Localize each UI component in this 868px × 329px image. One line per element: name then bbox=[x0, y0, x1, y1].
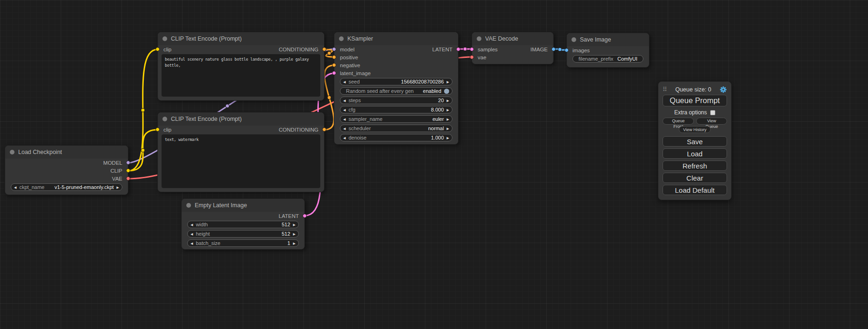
increment-arrow-icon[interactable]: ▶ bbox=[447, 99, 449, 102]
random-seed-toggle-widget[interactable]: Random seed after every gen enabled bbox=[340, 87, 452, 95]
node-graph-canvas[interactable]: Load Checkpoint MODEL CLIP VAE ◀ ckpt_na… bbox=[0, 0, 868, 329]
view-queue-button[interactable]: View Queue bbox=[696, 118, 727, 125]
node-clip-text-encode-positive[interactable]: CLIP Text Encode (Prompt) clip CONDITION… bbox=[157, 32, 325, 101]
slot-row: CLIP bbox=[5, 167, 128, 175]
batch-size-widget[interactable]: ◀ batch_size 1 ▶ bbox=[187, 239, 299, 247]
node-title-bar[interactable]: VAE Decode bbox=[472, 32, 553, 45]
increment-arrow-icon[interactable]: ▶ bbox=[447, 136, 449, 140]
sampler-name-widget[interactable]: ◀ sampler_name euler ▶ bbox=[340, 115, 452, 123]
widget-value: 156680208700286 bbox=[401, 79, 444, 84]
node-title-bar[interactable]: Load Checkpoint bbox=[5, 146, 128, 159]
steps-widget[interactable]: ◀ steps 20 ▶ bbox=[340, 97, 452, 104]
settings-gear-icon[interactable] bbox=[720, 86, 727, 93]
prev-value-arrow-icon[interactable]: ◀ bbox=[343, 118, 346, 121]
node-vae-decode[interactable]: VAE Decode samples IMAGE vae bbox=[472, 32, 554, 64]
model-input-slot[interactable] bbox=[332, 47, 336, 51]
node-title-bar[interactable]: Empty Latent Image bbox=[182, 199, 304, 212]
vae-output-slot[interactable] bbox=[126, 176, 130, 181]
positive-input-slot[interactable] bbox=[332, 55, 336, 59]
clip-input-slot[interactable] bbox=[155, 127, 160, 132]
widget-value: euler bbox=[432, 116, 444, 122]
widget-value: ComfyUI bbox=[617, 56, 637, 62]
node-collapse-dot[interactable] bbox=[186, 203, 191, 208]
negative-input-slot[interactable] bbox=[332, 63, 336, 67]
node-load-checkpoint[interactable]: Load Checkpoint MODEL CLIP VAE ◀ ckpt_na… bbox=[5, 145, 128, 195]
model-output-slot[interactable] bbox=[126, 161, 130, 165]
toggle-dot[interactable] bbox=[444, 89, 449, 94]
input-slot-label: model bbox=[340, 47, 354, 52]
filename-prefix-widget[interactable]: filename_prefix ComfyUI bbox=[572, 55, 643, 63]
clip-input-slot[interactable] bbox=[155, 47, 160, 51]
node-collapse-dot[interactable] bbox=[477, 36, 481, 41]
widget-label: scheduler bbox=[348, 126, 371, 131]
gear-icon bbox=[720, 86, 727, 93]
save-button[interactable]: Save bbox=[663, 136, 727, 147]
decrement-arrow-icon[interactable]: ◀ bbox=[343, 80, 346, 84]
latent-output-slot[interactable] bbox=[303, 214, 307, 218]
increment-arrow-icon[interactable]: ▶ bbox=[293, 242, 296, 245]
load-default-button[interactable]: Load Default bbox=[663, 185, 727, 195]
node-title-bar[interactable]: CLIP Text Encode (Prompt) bbox=[158, 112, 324, 126]
positive-prompt-textarea[interactable]: beautiful scenery nature glass bottle la… bbox=[162, 54, 320, 97]
node-collapse-dot[interactable] bbox=[572, 37, 576, 42]
scheduler-widget[interactable]: ◀ scheduler normal ▶ bbox=[340, 125, 452, 132]
latent-image-input-slot[interactable] bbox=[332, 71, 336, 75]
slot-row: positive bbox=[334, 53, 458, 61]
node-ksampler[interactable]: KSampler model LATENT positive negative … bbox=[334, 32, 459, 145]
queue-menu-panel: ⠿ Queue size: 0 Queue Prompt Extra optio… bbox=[658, 81, 732, 200]
link-midpoint-dot bbox=[558, 48, 562, 51]
next-value-arrow-icon[interactable]: ▶ bbox=[447, 118, 449, 121]
conditioning-output-slot[interactable] bbox=[322, 47, 326, 51]
refresh-button[interactable]: Refresh bbox=[663, 161, 727, 171]
prev-value-arrow-icon[interactable]: ◀ bbox=[14, 186, 16, 189]
node-collapse-dot[interactable] bbox=[339, 36, 344, 41]
extra-options-checkbox[interactable] bbox=[710, 110, 715, 115]
negative-prompt-textarea[interactable]: text, watermark bbox=[162, 134, 320, 188]
increment-arrow-icon[interactable]: ▶ bbox=[293, 232, 296, 236]
seed-widget[interactable]: ◀ seed 156680208700286 ▶ bbox=[340, 78, 452, 85]
width-widget[interactable]: ◀ width 512 ▶ bbox=[187, 221, 299, 228]
ckpt-name-widget[interactable]: ◀ ckpt_name v1-5-pruned-emaonly.ckpt ▶ bbox=[11, 183, 122, 191]
prev-value-arrow-icon[interactable]: ◀ bbox=[343, 127, 346, 130]
widget-label: batch_size bbox=[196, 240, 220, 246]
denoise-widget[interactable]: ◀ denoise 1.000 ▶ bbox=[340, 134, 452, 141]
increment-arrow-icon[interactable]: ▶ bbox=[447, 80, 449, 84]
view-history-button[interactable]: View History bbox=[679, 126, 711, 133]
node-collapse-dot[interactable] bbox=[162, 36, 167, 41]
output-slot-label: IMAGE bbox=[530, 47, 548, 52]
node-title-bar[interactable]: Save Image bbox=[567, 33, 649, 46]
slot-row: LATENT bbox=[182, 212, 304, 220]
samples-input-slot[interactable] bbox=[470, 47, 474, 51]
node-collapse-dot[interactable] bbox=[162, 117, 167, 121]
queue-prompt-button[interactable]: Queue Prompt bbox=[663, 95, 727, 106]
images-input-slot[interactable] bbox=[565, 48, 569, 52]
height-widget[interactable]: ◀ height 512 ▶ bbox=[187, 230, 299, 238]
node-title-bar[interactable]: KSampler bbox=[334, 32, 458, 45]
latent-output-slot[interactable] bbox=[456, 47, 460, 51]
load-button[interactable]: Load bbox=[663, 148, 727, 159]
vae-input-slot[interactable] bbox=[470, 55, 474, 59]
decrement-arrow-icon[interactable]: ◀ bbox=[343, 99, 346, 102]
drag-handle-icon[interactable]: ⠿ bbox=[663, 86, 667, 92]
decrement-arrow-icon[interactable]: ◀ bbox=[191, 223, 193, 226]
decrement-arrow-icon[interactable]: ◀ bbox=[191, 232, 193, 236]
queue-front-button[interactable]: Queue Front bbox=[663, 118, 694, 125]
node-collapse-dot[interactable] bbox=[10, 150, 14, 154]
next-value-arrow-icon[interactable]: ▶ bbox=[117, 186, 119, 189]
increment-arrow-icon[interactable]: ▶ bbox=[293, 223, 296, 226]
image-output-slot[interactable] bbox=[551, 47, 556, 51]
next-value-arrow-icon[interactable]: ▶ bbox=[447, 127, 449, 130]
conditioning-output-slot[interactable] bbox=[322, 127, 326, 132]
increment-arrow-icon[interactable]: ▶ bbox=[447, 108, 449, 112]
decrement-arrow-icon[interactable]: ◀ bbox=[343, 108, 346, 112]
cfg-widget[interactable]: ◀ cfg 8.000 ▶ bbox=[340, 106, 452, 113]
node-title-bar[interactable]: CLIP Text Encode (Prompt) bbox=[158, 32, 324, 45]
node-empty-latent-image[interactable]: Empty Latent Image LATENT ◀ width 512 ▶ … bbox=[181, 198, 305, 250]
decrement-arrow-icon[interactable]: ◀ bbox=[343, 136, 346, 140]
node-clip-text-encode-negative[interactable]: CLIP Text Encode (Prompt) clip CONDITION… bbox=[157, 112, 325, 192]
clear-button[interactable]: Clear bbox=[663, 173, 727, 183]
clip-output-slot[interactable] bbox=[126, 168, 130, 173]
input-slot-label: samples bbox=[478, 47, 498, 52]
node-save-image[interactable]: Save Image images filename_prefix ComfyU… bbox=[566, 33, 649, 68]
decrement-arrow-icon[interactable]: ◀ bbox=[191, 242, 193, 245]
